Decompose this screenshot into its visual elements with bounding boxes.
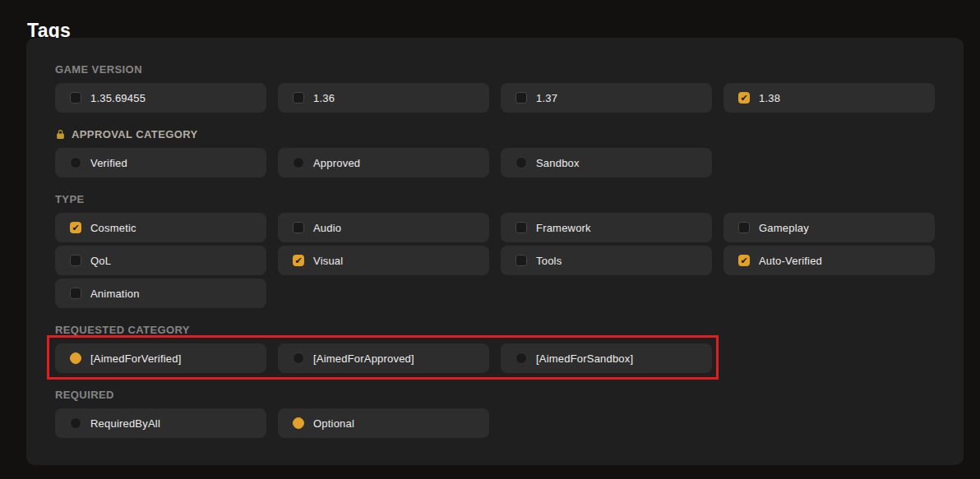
tag-optional[interactable]: Optional — [278, 408, 489, 438]
section-header-game-version: GAME VERSION — [55, 64, 935, 75]
tag-aimedforsandbox[interactable]: [AimedForSandbox] — [501, 343, 712, 373]
tag-label: Approved — [313, 157, 360, 169]
tag-label: Animation — [90, 288, 140, 300]
checkbox-checked-icon: ✔ — [293, 255, 304, 266]
tag-label: Gameplay — [759, 222, 809, 234]
tag-requiredbyall[interactable]: RequiredByAll — [55, 408, 266, 438]
section-required: REQUIREDRequiredByAllOptional — [55, 389, 935, 438]
section-header-approval-category: APPROVAL CATEGORY — [55, 129, 935, 140]
checkbox-unchecked-icon — [515, 92, 527, 104]
tag-label: Visual — [313, 255, 343, 267]
tag-1-37[interactable]: 1.37 — [501, 83, 712, 113]
tag-label: Audio — [313, 222, 341, 234]
radio-selected-icon — [293, 417, 304, 429]
checkbox-checked-icon: ✔ — [70, 222, 81, 233]
tag-label: Optional — [313, 417, 354, 430]
section-header-required: REQUIRED — [55, 389, 935, 400]
section-header-type: TYPE — [55, 194, 935, 205]
checkbox-unchecked-icon — [70, 288, 81, 299]
tag-aimedforapproved[interactable]: [AimedForApproved] — [278, 343, 489, 373]
tag-label: Tools — [536, 255, 562, 267]
checkbox-unchecked-icon — [70, 255, 81, 266]
section-game-version: GAME VERSION1.35.694551.361.37✔1.38 — [55, 64, 935, 113]
checkbox-checked-icon: ✔ — [738, 92, 750, 104]
tag-framework[interactable]: Framework — [501, 213, 712, 242]
checkbox-checked-icon: ✔ — [738, 255, 750, 266]
section-label-game-version: GAME VERSION — [55, 64, 142, 75]
section-type: TYPE✔CosmeticAudioFrameworkGameplayQoL✔V… — [55, 194, 935, 308]
tag-grid-type: ✔CosmeticAudioFrameworkGameplayQoL✔Visua… — [55, 213, 935, 308]
section-approval-category: APPROVAL CATEGORYVerifiedApprovedSandbox — [55, 129, 935, 177]
tag-label: Auto-Verified — [759, 255, 822, 267]
checkbox-unchecked-icon — [515, 255, 527, 266]
tag-aimedforverified[interactable]: [AimedForVerified] — [55, 343, 266, 373]
tag-label: Cosmetic — [90, 222, 136, 234]
tag-qol[interactable]: QoL — [55, 246, 266, 275]
tag-tools[interactable]: Tools — [501, 246, 712, 275]
tag-label: [AimedForVerified] — [90, 352, 182, 365]
tag-visual[interactable]: ✔Visual — [278, 246, 489, 275]
tag-label: 1.36 — [313, 92, 335, 104]
checkbox-unchecked-icon — [70, 92, 81, 104]
tag-1-35-69455[interactable]: 1.35.69455 — [55, 83, 266, 113]
section-label-approval-category: APPROVAL CATEGORY — [72, 129, 198, 140]
checkbox-unchecked-icon — [738, 222, 750, 233]
tag-1-38[interactable]: ✔1.38 — [723, 83, 935, 113]
tag-label: RequiredByAll — [90, 417, 160, 430]
tag-audio[interactable]: Audio — [278, 213, 489, 242]
tags-panel: GAME VERSION1.35.694551.361.37✔1.38APPRO… — [26, 38, 964, 465]
checkbox-unchecked-icon — [515, 222, 527, 233]
section-label-requested-category: REQUESTED CATEGORY — [55, 325, 190, 335]
tag-sandbox[interactable]: Sandbox — [501, 148, 712, 177]
tag-grid-game-version: 1.35.694551.361.37✔1.38 — [55, 83, 935, 113]
radio-unselected-icon — [293, 352, 304, 364]
radio-unselected-icon — [515, 352, 527, 364]
tag-animation[interactable]: Animation — [55, 279, 266, 308]
tag-verified[interactable]: Verified — [55, 148, 266, 177]
radio-unselected-icon — [293, 157, 304, 168]
tag-grid-approval-category: VerifiedApprovedSandbox — [55, 148, 935, 177]
checkbox-unchecked-icon — [293, 222, 304, 233]
radio-unselected-icon — [515, 157, 527, 168]
section-label-required: REQUIRED — [55, 389, 114, 400]
checkbox-unchecked-icon — [293, 92, 304, 104]
radio-unselected-icon — [70, 417, 81, 429]
radio-unselected-icon — [70, 157, 81, 168]
tag-label: 1.35.69455 — [90, 92, 146, 104]
section-label-type: TYPE — [55, 194, 85, 205]
radio-selected-icon — [70, 352, 81, 364]
tag-approved[interactable]: Approved — [278, 148, 489, 177]
tag-grid-required: RequiredByAllOptional — [55, 408, 935, 438]
tag-label: 1.37 — [536, 92, 557, 104]
lock-icon — [55, 129, 66, 140]
tag-auto-verified[interactable]: ✔Auto-Verified — [723, 246, 935, 275]
section-requested-category: REQUESTED CATEGORY[AimedForVerified][Aim… — [55, 325, 935, 373]
tag-label: QoL — [90, 255, 111, 267]
section-header-requested-category: REQUESTED CATEGORY — [55, 325, 935, 335]
tag-label: [AimedForApproved] — [313, 352, 414, 365]
tag-label: Verified — [90, 157, 127, 169]
tag-label: 1.38 — [759, 92, 780, 104]
tag-1-36[interactable]: 1.36 — [278, 83, 489, 113]
tag-cosmetic[interactable]: ✔Cosmetic — [55, 213, 266, 242]
tag-label: Framework — [536, 222, 591, 234]
tag-label: Sandbox — [536, 157, 580, 169]
tag-grid-requested-category: [AimedForVerified][AimedForApproved][Aim… — [55, 343, 935, 373]
tag-gameplay[interactable]: Gameplay — [723, 213, 935, 242]
tag-label: [AimedForSandbox] — [536, 352, 633, 365]
